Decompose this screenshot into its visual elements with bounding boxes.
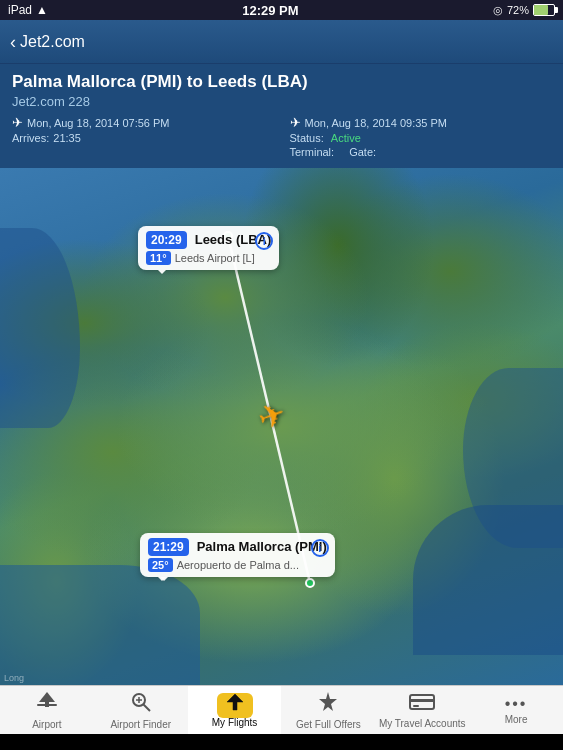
svg-line-5 bbox=[143, 704, 150, 711]
nav-bar: ‹ Jet2.com bbox=[0, 20, 563, 64]
time-display: 12:29 PM bbox=[242, 3, 298, 18]
wifi-icon: ▲ bbox=[36, 3, 48, 17]
flight-title: Palma Mallorca (PMI) to Leeds (LBA) bbox=[12, 72, 551, 92]
tab-my-flights-label: My Flights bbox=[212, 717, 258, 728]
tab-bar: Airport Airport Finder My Flights bbox=[0, 685, 563, 734]
arrives-value: 21:35 bbox=[53, 132, 81, 144]
status-value: Active bbox=[331, 132, 361, 144]
arrives-label: Arrives: bbox=[12, 132, 49, 144]
svg-rect-11 bbox=[413, 705, 419, 707]
tab-more-label: More bbox=[505, 714, 528, 725]
back-label: Jet2.com bbox=[20, 33, 85, 51]
svg-marker-2 bbox=[39, 692, 55, 702]
back-arrow-icon: ‹ bbox=[10, 33, 16, 51]
tab-my-flights[interactable]: My Flights bbox=[188, 686, 282, 734]
my-flights-icon bbox=[217, 693, 253, 715]
svg-rect-10 bbox=[410, 699, 434, 702]
tab-airport-finder-label: Airport Finder bbox=[110, 719, 171, 730]
location-icon: ◎ bbox=[493, 4, 503, 17]
map-area: ✈ 20:29 Leeds (LBA) 11° Leeds Airport [L… bbox=[0, 168, 563, 685]
tab-airport-finder[interactable]: Airport Finder bbox=[94, 686, 188, 734]
tab-my-travel-accounts[interactable]: My Travel Accounts bbox=[375, 686, 469, 734]
palma-airport-name: Aeropuerto de Palma d... bbox=[177, 559, 299, 571]
palma-info-button[interactable]: i bbox=[311, 539, 329, 557]
depart-icon: ✈ bbox=[12, 115, 23, 130]
leeds-callout[interactable]: 20:29 Leeds (LBA) 11° Leeds Airport [L] … bbox=[138, 226, 279, 270]
airport-finder-icon bbox=[129, 690, 153, 717]
svg-rect-3 bbox=[45, 702, 49, 707]
palma-callout[interactable]: 21:29 Palma Mallorca (PMI) 25° Aeropuert… bbox=[140, 533, 335, 577]
flight-subtitle: Jet2.com 228 bbox=[12, 94, 551, 109]
leeds-delay-badge: 11° bbox=[146, 251, 171, 265]
airport-icon bbox=[35, 690, 59, 717]
leeds-airport-name: Leeds Airport [L] bbox=[175, 252, 255, 264]
palma-airport-code: Palma Mallorca (PMI) bbox=[197, 539, 327, 554]
palma-airport-dot bbox=[305, 578, 315, 588]
map-attribution: Long bbox=[4, 673, 24, 683]
svg-marker-8 bbox=[319, 692, 337, 711]
battery-level: 72% bbox=[507, 4, 529, 16]
arrive-icon: ✈ bbox=[290, 115, 301, 130]
tab-more[interactable]: ••• More bbox=[469, 686, 563, 734]
palma-time-badge: 21:29 bbox=[148, 538, 189, 556]
gate-label: Gate: bbox=[349, 146, 376, 158]
device-label: iPad bbox=[8, 3, 32, 17]
arrive-info: Mon, Aug 18, 2014 09:35 PM bbox=[305, 117, 448, 129]
tab-get-full-offers-label: Get Full Offers bbox=[296, 719, 361, 730]
tab-airport-label: Airport bbox=[32, 719, 61, 730]
my-travel-accounts-icon bbox=[409, 692, 435, 716]
battery-icon bbox=[533, 4, 555, 16]
terminal-label: Terminal: bbox=[290, 146, 335, 158]
status-bar: iPad ▲ 12:29 PM ◎ 72% bbox=[0, 0, 563, 20]
palma-delay-badge: 25° bbox=[148, 558, 173, 572]
tab-my-travel-accounts-label: My Travel Accounts bbox=[379, 718, 466, 729]
more-icon: ••• bbox=[505, 696, 528, 712]
tab-get-full-offers[interactable]: Get Full Offers bbox=[281, 686, 375, 734]
flight-header: Palma Mallorca (PMI) to Leeds (LBA) Jet2… bbox=[0, 64, 563, 168]
tab-airport[interactable]: Airport bbox=[0, 686, 94, 734]
depart-info: Mon, Aug 18, 2014 07:56 PM bbox=[27, 117, 170, 129]
back-button[interactable]: ‹ Jet2.com bbox=[10, 33, 85, 51]
leeds-time-badge: 20:29 bbox=[146, 231, 187, 249]
status-label: Status: bbox=[290, 132, 324, 144]
get-full-offers-icon bbox=[316, 691, 340, 717]
